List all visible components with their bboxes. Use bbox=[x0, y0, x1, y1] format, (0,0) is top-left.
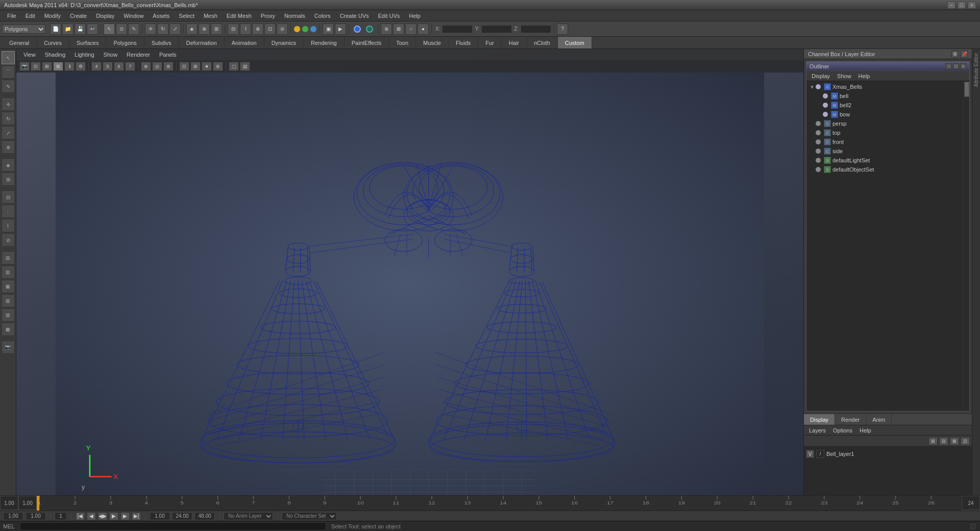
toolbar-snap-grid[interactable]: ⊟ bbox=[228, 23, 239, 35]
global-end-field[interactable]: 24.00 bbox=[172, 512, 192, 520]
tool-snap-surface[interactable]: ⊘ bbox=[2, 233, 15, 247]
tool-snap-point[interactable]: · bbox=[2, 205, 15, 218]
tool-layer4[interactable]: ▧ bbox=[2, 294, 15, 307]
outliner-scrollbar-thumb[interactable] bbox=[964, 82, 969, 97]
tab-deformation[interactable]: Deformation bbox=[179, 37, 225, 49]
tree-item-bell[interactable]: M bell bbox=[814, 91, 963, 101]
tool-layer6[interactable]: ▩ bbox=[2, 323, 15, 336]
tool-rotate[interactable]: ↻ bbox=[2, 112, 15, 125]
tool-layer5[interactable]: ▨ bbox=[2, 308, 15, 322]
toolbar-lasso[interactable]: ⊙ bbox=[116, 23, 127, 35]
tool-layer[interactable]: ▤ bbox=[2, 251, 15, 264]
tab-toon[interactable]: Toon bbox=[389, 37, 416, 49]
vp-menu-shading[interactable]: Shading bbox=[41, 51, 69, 59]
mel-input[interactable] bbox=[20, 522, 326, 530]
toolbar-color-yellow[interactable] bbox=[293, 26, 301, 33]
tool-camera[interactable]: 📷 bbox=[2, 341, 15, 354]
vp-menu-renderer[interactable]: Renderer bbox=[122, 51, 154, 59]
menu-edit-mesh[interactable]: Edit Mesh bbox=[223, 12, 256, 20]
tree-item-persp[interactable]: C persp bbox=[806, 119, 963, 128]
outliner-maximize-btn[interactable]: □ bbox=[953, 63, 959, 69]
panel-settings-btn[interactable]: ⚙ bbox=[951, 51, 959, 58]
tree-vis-bow[interactable] bbox=[823, 112, 828, 117]
toolbar-color-blue[interactable] bbox=[310, 26, 317, 33]
layer-type-btn[interactable]: / bbox=[816, 450, 824, 458]
mode-selector[interactable]: Polygons bbox=[2, 25, 45, 34]
tree-vis-side[interactable] bbox=[816, 149, 821, 154]
status-progress-btn[interactable] bbox=[969, 522, 977, 530]
vp-menu-lighting[interactable]: Lighting bbox=[70, 51, 99, 59]
vp-obj-details[interactable]: ℹ bbox=[64, 62, 75, 71]
transport-step-back[interactable]: ◀ bbox=[87, 512, 96, 520]
toolbar-scale[interactable]: ⤢ bbox=[169, 23, 181, 35]
toolbar-wire[interactable]: ⊠ bbox=[393, 23, 404, 35]
vp-gate[interactable]: ⊠ bbox=[53, 62, 63, 71]
menu-modify[interactable]: Modify bbox=[40, 12, 65, 20]
tree-item-xmas-bells[interactable]: ▼ G Xmas_Bells bbox=[806, 82, 963, 91]
anim-layer-selector[interactable]: No Anim Layer bbox=[224, 512, 273, 520]
tree-vis-xmas-bells[interactable] bbox=[816, 84, 821, 89]
outliner-menu-show[interactable]: Show bbox=[834, 72, 854, 80]
transport-play-back[interactable]: ◀▶ bbox=[98, 512, 107, 520]
vp-texture6[interactable]: 6 bbox=[114, 62, 124, 71]
timeline-local-start-field[interactable] bbox=[18, 496, 37, 510]
tool-show-manip[interactable]: ⊞ bbox=[2, 173, 15, 186]
toolbar-manip[interactable]: ⊞ bbox=[211, 23, 222, 35]
toolbar-checker-blue[interactable] bbox=[352, 23, 363, 35]
minimize-button[interactable]: − bbox=[947, 2, 955, 9]
vp-region[interactable]: ▢ bbox=[229, 62, 239, 71]
toolbar-soft-mod[interactable]: ◈ bbox=[186, 23, 198, 35]
outliner-minimize-btn[interactable]: − bbox=[946, 63, 952, 69]
vp-filmgate[interactable]: ⊡ bbox=[31, 62, 41, 71]
layer-subtab-help[interactable]: Help bbox=[856, 426, 874, 435]
step-field[interactable]: 48.00 bbox=[194, 512, 215, 520]
layer-visibility-btn[interactable]: V bbox=[806, 450, 814, 458]
outliner-menu-display[interactable]: Display bbox=[808, 72, 833, 80]
tree-expand-xmas-bells[interactable]: ▼ bbox=[808, 83, 816, 90]
menu-mesh[interactable]: Mesh bbox=[200, 12, 222, 20]
tab-general[interactable]: General bbox=[2, 37, 37, 49]
tool-paint-select[interactable]: ✎ bbox=[2, 80, 15, 93]
toolbar-snap-curve[interactable]: ⌇ bbox=[240, 23, 251, 35]
toolbar-snap-surface[interactable]: ⊘ bbox=[277, 23, 288, 35]
tab-painteffects[interactable]: PaintEffects bbox=[345, 37, 389, 49]
vp-menu-view[interactable]: View bbox=[19, 51, 40, 59]
tree-vis-front[interactable] bbox=[816, 139, 821, 144]
tool-universal[interactable]: ⊕ bbox=[2, 140, 15, 154]
toolbar-render-region[interactable]: ▣ bbox=[323, 23, 334, 35]
menu-edit-uvs[interactable]: Edit UVs bbox=[374, 12, 404, 20]
timeline-playback-end-field[interactable] bbox=[962, 496, 980, 510]
global-start-field[interactable]: 1.00 bbox=[150, 512, 170, 520]
attribute-editor-label[interactable]: Attribute Editor bbox=[972, 49, 980, 91]
vp-select-cam[interactable]: 📷 bbox=[19, 62, 30, 71]
menu-help[interactable]: Help bbox=[405, 12, 425, 20]
vp-shade5[interactable]: 5 bbox=[103, 62, 113, 71]
tree-item-front[interactable]: C front bbox=[806, 137, 963, 147]
layer-subtab-options[interactable]: Options bbox=[830, 426, 855, 435]
tab-curves[interactable]: Curves bbox=[37, 37, 69, 49]
menu-create-uvs[interactable]: Create UVs bbox=[336, 12, 373, 20]
menu-colors[interactable]: Colors bbox=[310, 12, 335, 20]
transport-play[interactable]: ▶ bbox=[109, 512, 118, 520]
tree-item-bow[interactable]: M bow bbox=[814, 110, 963, 119]
vp-bookmark[interactable]: ★ bbox=[202, 62, 212, 71]
layer-subtab-layers[interactable]: Layers bbox=[806, 426, 829, 435]
transport-go-end[interactable]: ▶| bbox=[132, 512, 141, 520]
z-field[interactable] bbox=[521, 25, 551, 33]
outliner-close-btn[interactable]: × bbox=[960, 63, 966, 69]
menu-display[interactable]: Display bbox=[92, 12, 118, 20]
tree-item-top[interactable]: C top bbox=[806, 128, 963, 137]
toolbar-new[interactable]: 📄 bbox=[50, 23, 61, 35]
layer-tool-2[interactable]: ⊟ bbox=[939, 437, 948, 445]
x-field[interactable] bbox=[442, 25, 473, 33]
tab-fur[interactable]: Fur bbox=[478, 37, 502, 49]
transport-go-start[interactable]: |◀ bbox=[76, 512, 85, 520]
outliner-menu-help[interactable]: Help bbox=[855, 72, 873, 80]
timeline-ruler[interactable]: 1 2 3 4 5 6 7 8 9 bbox=[37, 496, 962, 511]
tab-subdivs[interactable]: Subdivs bbox=[144, 37, 179, 49]
tool-snap-curve[interactable]: ⌇ bbox=[2, 219, 15, 232]
toolbar-move[interactable]: ✛ bbox=[145, 23, 156, 35]
menu-window[interactable]: Window bbox=[119, 12, 148, 20]
panel-pin-btn[interactable]: 📌 bbox=[961, 51, 968, 58]
toolbar-snap-point[interactable]: ⊕ bbox=[252, 23, 263, 35]
